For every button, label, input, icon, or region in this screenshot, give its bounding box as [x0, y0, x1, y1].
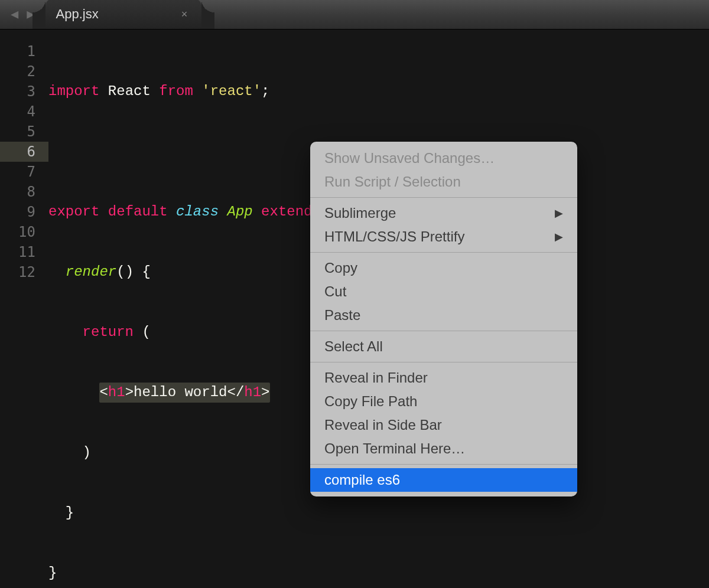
- token: h1: [244, 384, 261, 400]
- token: <: [99, 384, 108, 400]
- menu-label: Sublimerge: [324, 205, 396, 221]
- close-icon[interactable]: ×: [181, 8, 188, 21]
- menu-reveal-finder[interactable]: Reveal in Finder: [310, 366, 577, 390]
- token: ;: [261, 81, 269, 102]
- menu-divider: [310, 197, 577, 198]
- token: [48, 443, 83, 463]
- menu-divider: [310, 331, 577, 331]
- tab-title: App.jsx: [56, 6, 99, 22]
- menu-paste[interactable]: Paste: [310, 303, 577, 327]
- token: }: [66, 503, 74, 523]
- line-number: 2: [0, 61, 48, 81]
- menu-reveal-sidebar[interactable]: Reveal in Side Bar: [310, 413, 577, 437]
- menu-label: Reveal in Side Bar: [324, 417, 442, 433]
- line-number: 4: [0, 102, 48, 122]
- menu-label: HTML/CSS/JS Prettify: [324, 228, 464, 245]
- token: (): [116, 262, 134, 282]
- line-number: 3: [0, 81, 48, 102]
- token: 'react': [201, 81, 261, 102]
- menu-label: Copy: [324, 260, 357, 276]
- menu-label: Copy File Path: [324, 393, 417, 410]
- token: React: [108, 81, 151, 102]
- token: (: [134, 322, 151, 342]
- menu-sublimerge[interactable]: Sublimerge▶: [310, 201, 577, 225]
- context-menu: Show Unsaved Changes… Run Script / Selec…: [310, 142, 577, 496]
- menu-label: Cut: [324, 283, 346, 300]
- line-number: 5: [0, 122, 48, 142]
- token: {: [134, 262, 151, 282]
- token: [48, 383, 99, 403]
- token: return: [83, 322, 134, 342]
- token: export: [48, 202, 99, 222]
- menu-select-all[interactable]: Select All: [310, 335, 577, 358]
- menu-label: Reveal in Finder: [324, 370, 428, 386]
- token: App: [227, 202, 252, 222]
- tab-bar: App.jsx ×: [45, 0, 202, 29]
- menu-copy[interactable]: Copy: [310, 256, 577, 280]
- line-number: 9: [0, 202, 48, 222]
- line-number: 7: [0, 162, 48, 182]
- menu-divider: [310, 252, 577, 253]
- menu-label: Paste: [324, 307, 360, 324]
- menu-show-unsaved: Show Unsaved Changes…: [310, 146, 577, 170]
- line-number: 6: [0, 142, 48, 162]
- menu-divider: [310, 362, 577, 362]
- line-number: 8: [0, 182, 48, 202]
- line-gutter: 1 2 3 4 5 6 7 8 9 10 11 12: [0, 30, 48, 588]
- submenu-icon: ▶: [555, 207, 563, 220]
- code-line: import React from 'react';: [48, 81, 474, 102]
- token: >: [125, 384, 134, 400]
- code-line: }: [48, 503, 474, 523]
- token: render: [66, 262, 116, 282]
- token: }: [48, 563, 57, 583]
- line-number: 12: [0, 262, 48, 282]
- menu-label: Select All: [324, 338, 383, 355]
- token: import: [48, 81, 99, 102]
- token: </: [227, 384, 244, 400]
- token: >: [261, 384, 269, 400]
- code-line: }: [48, 563, 474, 583]
- line-number: 11: [0, 242, 48, 262]
- tab-app-jsx[interactable]: App.jsx ×: [45, 0, 202, 29]
- menu-divider: [310, 464, 577, 465]
- token: from: [159, 81, 193, 102]
- menu-label: Show Unsaved Changes…: [324, 150, 495, 166]
- line-number: 1: [0, 41, 48, 61]
- submenu-icon: ▶: [555, 230, 563, 243]
- token: h1: [108, 384, 125, 400]
- menu-label: compile es6: [324, 472, 400, 488]
- token: [48, 262, 66, 282]
- menu-label: Run Script / Selection: [324, 174, 461, 190]
- menu-open-terminal[interactable]: Open Terminal Here…: [310, 437, 577, 460]
- menu-cut[interactable]: Cut: [310, 280, 577, 303]
- menu-prettify[interactable]: HTML/CSS/JS Prettify▶: [310, 225, 577, 249]
- menu-label: Open Terminal Here…: [324, 440, 465, 457]
- nav-back-icon[interactable]: ◀: [11, 6, 18, 22]
- token: [48, 322, 83, 342]
- token: ): [83, 443, 91, 463]
- menu-copy-file-path[interactable]: Copy File Path: [310, 390, 577, 413]
- token: hello world: [134, 384, 227, 400]
- token: class: [176, 202, 219, 222]
- toolbar: ◀ ▶ App.jsx ×: [0, 0, 709, 30]
- line-number: 10: [0, 222, 48, 242]
- menu-compile-es6[interactable]: compile es6: [310, 468, 577, 492]
- token: default: [108, 202, 168, 222]
- menu-run-script: Run Script / Selection: [310, 170, 577, 194]
- token: [48, 503, 66, 523]
